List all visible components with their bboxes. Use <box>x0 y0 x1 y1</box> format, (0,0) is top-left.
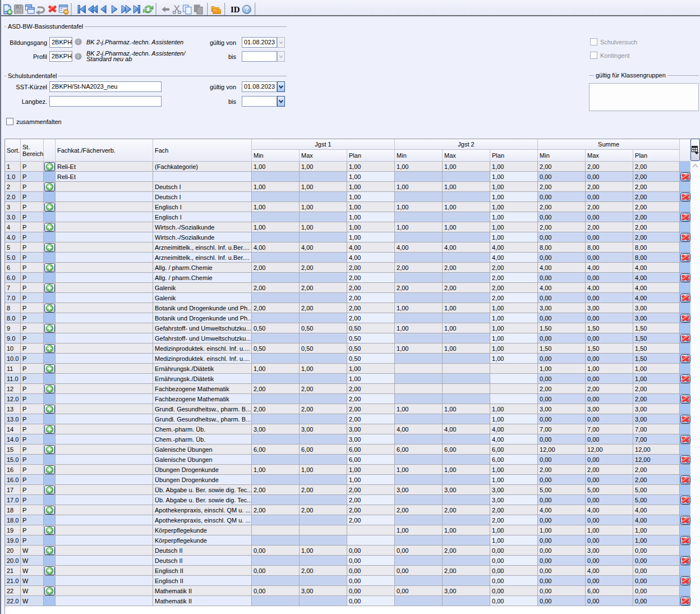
svg-text:?: ? <box>245 6 249 13</box>
svg-text:ID: ID <box>231 5 240 14</box>
